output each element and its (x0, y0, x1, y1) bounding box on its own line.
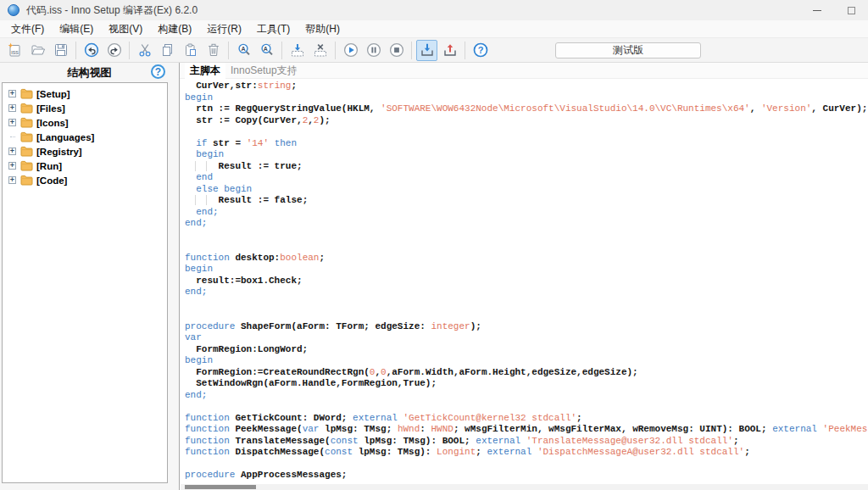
menu-item-6[interactable]: 工具(T) (249, 20, 298, 38)
paste-button[interactable] (180, 40, 201, 61)
code-line: result:=box1.Check; (185, 276, 868, 287)
svg-text:': ' (270, 43, 270, 48)
sidebar-header: 结构视图 ? (0, 63, 179, 82)
code-line: begin (185, 264, 868, 276)
sidebar-item-run[interactable]: +[Run] (3, 159, 167, 173)
horizontal-scrollbar[interactable] (181, 484, 868, 490)
sidebar-item-icons[interactable]: +[Icons] (3, 115, 167, 130)
save-file-button[interactable] (50, 40, 71, 61)
scrollbar-thumb[interactable] (185, 485, 256, 489)
stop-button[interactable] (386, 40, 407, 61)
template-remove-button[interactable] (309, 40, 331, 61)
minimize-button[interactable] (800, 0, 834, 20)
toolbar-separator (75, 42, 76, 59)
import-button[interactable] (416, 40, 437, 61)
replace-icon: A' (259, 42, 275, 58)
code-line: procedure AppProcessMessages; (185, 470, 868, 482)
template-insert-button[interactable] (287, 40, 308, 61)
expand-icon[interactable]: + (8, 162, 16, 170)
tab-InnoSetup支持[interactable]: InnoSetup支持 (225, 63, 303, 79)
help-button[interactable]: ? (470, 40, 491, 61)
code-line: FormRegion:=CreateRoundRectRgn(0,0,aForm… (185, 367, 868, 379)
svg-text:A: A (241, 46, 245, 52)
replace-button[interactable]: A' (256, 40, 277, 61)
maximize-icon (848, 7, 855, 14)
sidebar-item-files[interactable]: +[Files] (3, 101, 167, 115)
undo-icon (83, 42, 100, 58)
window-controls (800, 0, 868, 20)
sidebar-item-registry[interactable]: +[Registry] (3, 144, 167, 159)
code-line: rtn := RegQueryStringValue(HKLM, 'SOFTWA… (185, 103, 868, 115)
sidebar-title: 结构视图 (68, 65, 112, 81)
help-icon: ? (472, 42, 489, 58)
find-icon: A (236, 42, 253, 58)
code-line: SetWindowRgn(aForm.Handle,FormRegion,Tru… (185, 378, 868, 390)
expand-icon[interactable]: + (8, 148, 16, 155)
redo-icon (106, 42, 123, 58)
tree-item-label: [Icons] (36, 118, 69, 128)
expand-icon[interactable]: + (8, 90, 16, 97)
sidebar-item-code[interactable]: +[Code] (3, 173, 167, 187)
beta-version-button[interactable]: 测试版 (555, 42, 701, 58)
code-line: function DispatchMessage(const lpMsg: TM… (185, 447, 868, 459)
code-line: procedure ShapeForm(aForm: TForm; edgeSi… (185, 321, 868, 333)
open-file-button[interactable] (27, 40, 48, 61)
code-line: CurVer,str:string; (185, 81, 868, 92)
menu-item-4[interactable]: 构建(B) (150, 20, 199, 38)
menu-bar: 文件(F)编辑(E)视图(V)构建(B)运行(R)工具(T)帮助(H) (0, 20, 868, 38)
undo-button[interactable] (81, 40, 102, 61)
window-title: 代码.iss - Inno Setup 编译器(Ex) 6.2.0 (26, 3, 198, 18)
export-button[interactable] (439, 40, 460, 61)
svg-text:?: ? (477, 45, 483, 55)
open-file-icon (30, 42, 47, 58)
tree-item-label: [Setup] (36, 89, 70, 99)
template-insert-icon (289, 42, 306, 58)
stop-icon (388, 42, 405, 58)
menu-item-1[interactable]: 文件(F) (3, 20, 52, 38)
expand-icon[interactable]: + (8, 119, 16, 126)
run-button[interactable] (340, 40, 361, 61)
redo-button[interactable] (103, 40, 125, 61)
code-line (185, 230, 868, 242)
expand-icon[interactable]: + (8, 104, 16, 112)
tree-item-label: [Code] (36, 175, 67, 186)
toolbar-separator (281, 42, 282, 59)
structure-tree: +[Setup]+[Files]+[Icons][Languages]+[Reg… (2, 82, 168, 483)
tree-item-label: [Languages] (36, 132, 94, 142)
code-line: end; (185, 218, 868, 230)
tree-connector (8, 133, 16, 141)
cut-button[interactable] (134, 40, 155, 61)
tab-主脚本[interactable]: 主脚本 (185, 63, 225, 79)
code-editor[interactable]: CurVer,str:string;begin rtn := RegQueryS… (180, 79, 868, 490)
copy-button[interactable] (157, 40, 178, 61)
pause-icon (365, 42, 382, 58)
code-line: end (185, 172, 868, 184)
new-script-button[interactable]: ISS (4, 40, 25, 61)
import-icon (419, 42, 436, 58)
code-line (185, 309, 868, 321)
menu-item-2[interactable]: 编辑(E) (52, 20, 101, 38)
main-area: 结构视图 ? +[Setup]+[Files]+[Icons][Language… (0, 63, 868, 490)
sidebar-item-languages[interactable]: [Languages] (3, 130, 167, 144)
pause-button[interactable] (363, 40, 384, 61)
tree-item-label: [Files] (36, 103, 65, 114)
save-file-icon (53, 42, 70, 58)
find-button[interactable]: A (233, 40, 254, 61)
delete-button[interactable] (203, 40, 224, 61)
code-line: function GetTickCount: DWord; external '… (185, 413, 868, 425)
expand-icon[interactable]: + (8, 176, 16, 184)
export-icon (442, 42, 459, 58)
minimize-icon (813, 10, 821, 11)
sidebar-help-icon[interactable]: ? (151, 64, 165, 79)
code-line: function TranslateMessage(const lpMsg: T… (185, 436, 868, 448)
editor-pane: 主脚本InnoSetup支持 CurVer,str:string;begin r… (179, 63, 868, 490)
menu-item-7[interactable]: 帮助(H) (298, 20, 348, 38)
svg-text:ISS: ISS (11, 50, 19, 55)
menu-item-5[interactable]: 运行(R) (199, 20, 249, 38)
sidebar-item-setup[interactable]: +[Setup] (3, 86, 167, 101)
folder-icon (20, 88, 33, 99)
paste-icon (182, 42, 199, 58)
code-line: function desktop:boolean; (185, 253, 868, 264)
menu-item-3[interactable]: 视图(V) (101, 20, 150, 38)
maximize-button[interactable] (834, 0, 868, 20)
